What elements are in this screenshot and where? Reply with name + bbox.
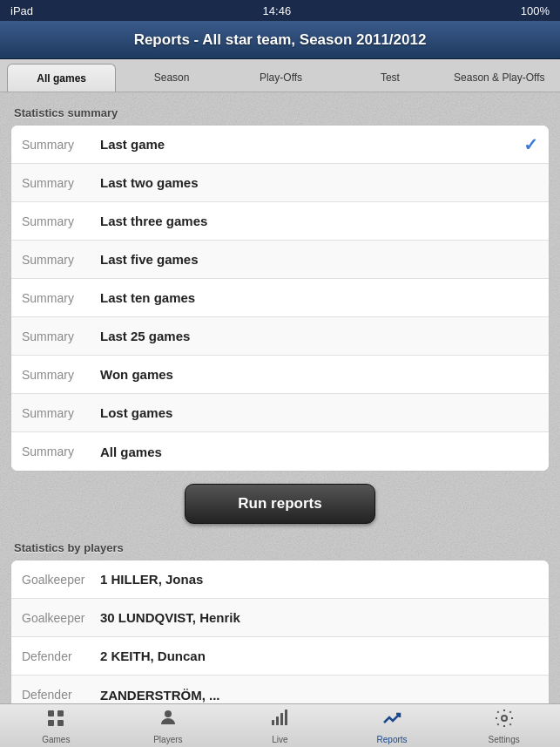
row-label: Summary [22, 253, 100, 267]
run-reports-container: Run reports [10, 484, 550, 524]
table-row[interactable]: Goalkeeper 1 HILLER, Jonas [11, 560, 549, 599]
row-label: Summary [22, 138, 100, 152]
statistics-players-table: Goalkeeper 1 HILLER, Jonas Goalkeeper 30… [10, 560, 550, 703]
table-row[interactable]: Summary Lost games [11, 394, 549, 432]
table-row[interactable]: Goalkeeper 30 LUNDQVIST, Henrik [11, 599, 549, 637]
row-label: Summary [22, 406, 100, 420]
table-row[interactable]: Summary All games [11, 432, 549, 471]
row-value: Last game [100, 137, 523, 152]
tab-play-offs[interactable]: Play-Offs [227, 64, 334, 92]
table-row[interactable]: Summary Last ten games [11, 279, 549, 317]
bottom-tab-label: Reports [377, 735, 408, 744]
bottom-tab-live[interactable]: Live [224, 704, 336, 747]
row-value: Last two games [100, 175, 538, 190]
row-value: 30 LUNDQVIST, Henrik [100, 610, 538, 625]
svg-rect-2 [48, 720, 54, 726]
table-row[interactable]: Summary Last two games [11, 164, 549, 202]
row-label: Defender [22, 649, 100, 663]
bottom-tab-bar: Games Players Live Reports Settings [0, 703, 560, 747]
bottom-tab-label: Settings [489, 735, 520, 744]
bottom-tab-games[interactable]: Games [0, 704, 112, 747]
row-value: 1 HILLER, Jonas [100, 572, 538, 587]
svg-point-4 [165, 710, 172, 717]
svg-rect-7 [280, 713, 283, 725]
table-row[interactable]: Summary Last 25 games [11, 317, 549, 356]
row-label: Defender [22, 688, 100, 702]
row-label: Summary [22, 214, 100, 228]
tab-test[interactable]: Test [336, 64, 443, 92]
bottom-tab-settings[interactable]: Settings [448, 704, 560, 747]
bottom-tab-players[interactable]: Players [112, 704, 225, 747]
row-value: Last 25 games [100, 329, 538, 343]
table-row[interactable]: Defender ZANDERSTRÖM, ... [11, 676, 549, 703]
signal-icon [269, 708, 290, 733]
svg-rect-3 [57, 720, 64, 726]
status-time: 14:46 [263, 4, 292, 17]
row-value: Last five games [100, 252, 538, 267]
chart-icon [381, 708, 402, 733]
main-content: Statistics summary Summary Last game ✓ S… [0, 92, 560, 703]
table-row[interactable]: Defender 2 KEITH, Duncan [11, 637, 549, 676]
bottom-tab-reports[interactable]: Reports [336, 704, 449, 747]
bottom-tab-label: Players [153, 735, 182, 744]
tab-season-playoffs[interactable]: Season & Play-Offs [446, 64, 553, 92]
run-reports-button[interactable]: Run reports [185, 484, 374, 524]
person-icon [158, 708, 179, 733]
table-row[interactable]: Summary Last three games [11, 202, 549, 241]
row-value: Last ten games [100, 290, 538, 305]
svg-rect-0 [48, 710, 54, 716]
bottom-tab-label: Games [42, 735, 70, 744]
row-label: Summary [22, 291, 100, 305]
row-label: Goalkeeper [22, 611, 100, 625]
row-label: Goalkeeper [22, 573, 100, 587]
status-bar: iPad 14:46 100% [0, 0, 560, 21]
row-label: Summary [22, 368, 100, 382]
svg-rect-6 [276, 716, 279, 725]
table-row[interactable]: Summary Won games [11, 356, 549, 394]
row-value: All games [100, 445, 538, 459]
row-value: Won games [100, 367, 538, 382]
statistics-summary-table: Summary Last game ✓ Summary Last two gam… [10, 125, 550, 472]
row-label: Summary [22, 445, 100, 458]
statistics-summary-header: Statistics summary [10, 101, 550, 125]
header: Reports - All star team, Season 2011/201… [0, 21, 560, 59]
top-tab-bar: All gamesSeasonPlay-OffsTestSeason & Pla… [0, 59, 560, 92]
table-row[interactable]: Summary Last five games [11, 241, 549, 279]
header-title: Reports - All star team, Season 2011/201… [134, 31, 427, 49]
row-label: Summary [22, 176, 100, 190]
row-value: 2 KEITH, Duncan [100, 649, 538, 663]
statistics-players-header: Statistics by players [10, 536, 550, 560]
table-row[interactable]: Summary Last game ✓ [11, 126, 549, 164]
gear-icon [494, 708, 515, 733]
svg-rect-1 [57, 710, 64, 716]
bottom-tab-label: Live [272, 735, 287, 744]
svg-rect-8 [285, 710, 287, 725]
row-value: Lost games [100, 405, 538, 420]
status-left: iPad [10, 4, 33, 17]
grid-icon [45, 708, 66, 733]
row-value: ZANDERSTRÖM, ... [100, 688, 538, 703]
tab-season[interactable]: Season [118, 64, 225, 92]
svg-point-9 [502, 716, 507, 721]
tab-all-games[interactable]: All games [7, 64, 116, 92]
row-label: Summary [22, 329, 100, 343]
row-value: Last three games [100, 214, 538, 228]
checkmark-icon: ✓ [523, 134, 538, 155]
svg-rect-5 [272, 720, 274, 725]
status-right: 100% [521, 4, 550, 17]
